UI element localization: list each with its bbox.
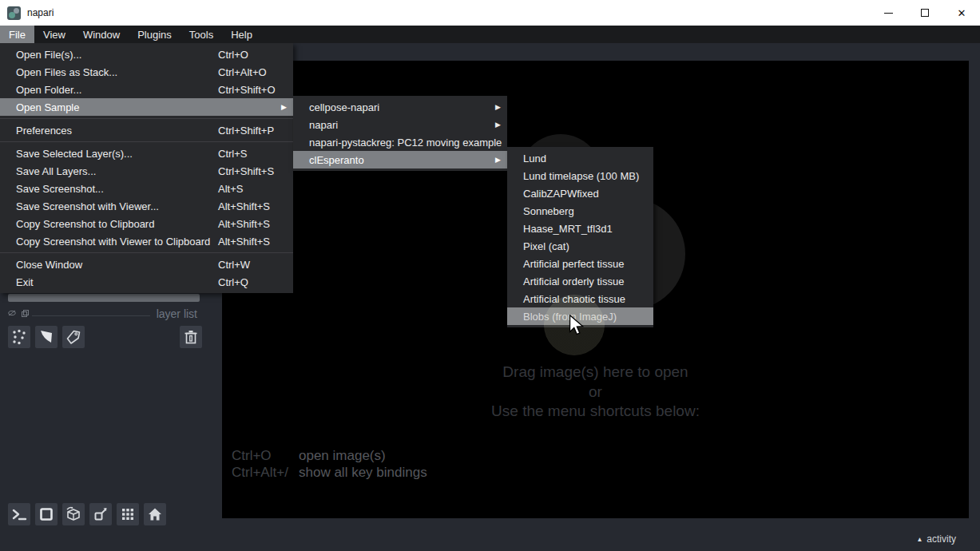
labels-icon [65, 328, 82, 346]
clesperanto-submenu: Lund Lund timelapse (100 MB) CalibZAPWfi… [507, 147, 653, 327]
submenu-arrow-icon: ▶ [281, 103, 287, 111]
roll-dimensions-button[interactable] [62, 503, 85, 525]
menu-item-haase-mrt[interactable]: Haase_MRT_tfl3d1 [507, 220, 653, 237]
menu-item-napari-pystackreg[interactable]: napari-pystackreg: PC12 moving example [293, 133, 507, 151]
minimize-button[interactable] [870, 0, 907, 26]
menu-item-open-files[interactable]: Open File(s)... Ctrl+O [0, 46, 293, 63]
menu-item-save-screenshot[interactable]: Save Screenshot... Alt+S [0, 180, 293, 197]
caret-up-icon: ▲ [916, 536, 922, 543]
new-points-layer-button[interactable] [8, 326, 30, 348]
grid-icon [119, 505, 137, 523]
menu-item-open-files-as-stack[interactable]: Open Files as Stack... Ctrl+Alt+O [0, 63, 293, 81]
transpose-dimensions-button[interactable] [89, 503, 112, 525]
menu-window[interactable]: Window [74, 26, 129, 43]
close-icon: ✕ [958, 8, 966, 18]
menu-item-artificial-orderly-tissue[interactable]: Artificial orderly tissue [507, 272, 653, 290]
shortcut-label: Ctrl+W [218, 259, 287, 271]
menu-item-napari-samples[interactable]: napari ▶ [293, 116, 507, 133]
napari-window: napari ✕ File View Window Plugins Tools … [0, 0, 980, 551]
menu-item-lund-timelapse[interactable]: Lund timelapse (100 MB) [507, 167, 653, 184]
console-button[interactable] [8, 503, 30, 525]
menu-item-cellpose-napari[interactable]: cellpose-napari ▶ [293, 98, 507, 116]
menu-item-copy-screenshot-with-viewer[interactable]: Copy Screenshot with Viewer to Clipboard… [0, 232, 293, 250]
activity-toggle[interactable]: ▲ activity [916, 533, 956, 545]
shortcut-label: Ctrl+Q [218, 276, 287, 288]
menu-item-close-window[interactable]: Close Window Ctrl+W [0, 256, 293, 273]
open-sample-submenu: cellpose-napari ▶ napari ▶ napari-pystac… [293, 96, 507, 171]
layer-list-dock-header: layer list [0, 307, 222, 322]
shortcut-label: Ctrl+Shift+O [218, 84, 287, 96]
new-shapes-layer-button[interactable] [35, 326, 58, 348]
menu-item-save-selected-layers[interactable]: Save Selected Layer(s)... Ctrl+S [0, 145, 293, 162]
home-reset-view-button[interactable] [144, 503, 166, 525]
menu-help[interactable]: Help [222, 26, 261, 43]
minimize-icon [884, 13, 893, 14]
hint-action: show all key bindings [299, 464, 427, 481]
transpose-icon [92, 505, 109, 523]
menu-file[interactable]: File [0, 26, 34, 43]
maximize-button[interactable] [907, 0, 943, 26]
welcome-line-3: Use the menu shortcuts below: [222, 402, 969, 422]
menu-separator [0, 141, 293, 142]
hint-keys: Ctrl+Alt+/ [232, 464, 299, 481]
dock-divider [32, 315, 150, 316]
cube-icon [65, 505, 82, 523]
menu-item-save-screenshot-with-viewer[interactable]: Save Screenshot with Viewer... Alt+Shift… [0, 197, 293, 215]
menu-separator [0, 118, 293, 119]
welcome-line-1: Drag image(s) here to open [222, 363, 969, 383]
menu-item-blobs-imagej[interactable]: Blobs (from ImageJ) [507, 307, 653, 325]
menu-item-save-all-layers[interactable]: Save All Layers... Ctrl+Shift+S [0, 162, 293, 180]
menu-view[interactable]: View [34, 26, 74, 43]
menu-item-clesperanto[interactable]: clEsperanto ▶ [293, 151, 507, 168]
shapes-icon [38, 328, 55, 346]
menu-item-sonneberg[interactable]: Sonneberg [507, 202, 653, 220]
opacity-slider[interactable] [8, 294, 200, 302]
shortcut-label: Alt+Shift+S [218, 218, 287, 230]
shortcut-label: Alt+Shift+S [218, 200, 287, 212]
submenu-arrow-icon: ▶ [495, 103, 501, 111]
menu-item-exit[interactable]: Exit Ctrl+Q [0, 273, 293, 291]
delete-layer-button[interactable] [180, 326, 202, 348]
napari-logo-icon [7, 6, 21, 20]
home-icon [146, 505, 164, 523]
layer-list-title: layer list [157, 307, 197, 320]
2d-square-icon [38, 505, 55, 523]
activity-label: activity [926, 533, 956, 545]
window-controls: ✕ [870, 0, 980, 26]
menu-plugins[interactable]: Plugins [129, 26, 181, 43]
points-icon [10, 328, 28, 346]
ndisplay-toggle-button[interactable] [35, 503, 58, 525]
float-panel-icon[interactable] [22, 310, 29, 317]
menu-item-artificial-chaotic-tissue[interactable]: Artificial chaotic tissue [507, 290, 653, 307]
titlebar: napari ✕ [0, 0, 980, 26]
menu-item-preferences[interactable]: Preferences Ctrl+Shift+P [0, 121, 293, 139]
shortcut-label: Ctrl+Shift+S [218, 165, 287, 177]
shortcut-label: Alt+S [218, 183, 287, 195]
menubar: File View Window Plugins Tools Help [0, 26, 980, 43]
menu-item-open-folder[interactable]: Open Folder... Ctrl+Shift+O [0, 81, 293, 98]
menu-item-copy-screenshot[interactable]: Copy Screenshot to Clipboard Alt+Shift+S [0, 215, 293, 232]
menu-item-pixel-cat[interactable]: Pixel (cat) [507, 237, 653, 255]
menu-item-lund[interactable]: Lund [507, 149, 653, 167]
menu-item-artificial-perfect-tissue[interactable]: Artificial perfect tissue [507, 255, 653, 272]
menu-tools[interactable]: Tools [181, 26, 222, 43]
submenu-arrow-icon: ▶ [495, 121, 501, 129]
console-icon [10, 505, 28, 523]
trash-icon [182, 328, 200, 346]
menu-item-calibzapwfixed[interactable]: CalibZAPWfixed [507, 184, 653, 202]
shortcut-label: Ctrl+S [218, 148, 287, 160]
new-labels-layer-button[interactable] [62, 326, 85, 348]
welcome-text: Drag image(s) here to open or Use the me… [222, 363, 969, 422]
hint-action: open image(s) [299, 447, 386, 464]
menu-item-open-sample[interactable]: Open Sample ▶ [0, 98, 293, 116]
hint-row: Ctrl+Alt+/ show all key bindings [232, 464, 427, 481]
shortcut-label: Ctrl+Shift+P [218, 125, 287, 137]
hide-panel-icon[interactable] [8, 310, 16, 316]
file-dropdown-menu: Open File(s)... Ctrl+O Open Files as Sta… [0, 43, 293, 293]
hint-keys: Ctrl+O [232, 447, 299, 464]
grid-view-button[interactable] [117, 503, 139, 525]
maximize-icon [921, 9, 929, 17]
welcome-line-2: or [222, 383, 969, 402]
hint-row: Ctrl+O open image(s) [232, 447, 427, 464]
close-button[interactable]: ✕ [943, 0, 980, 26]
